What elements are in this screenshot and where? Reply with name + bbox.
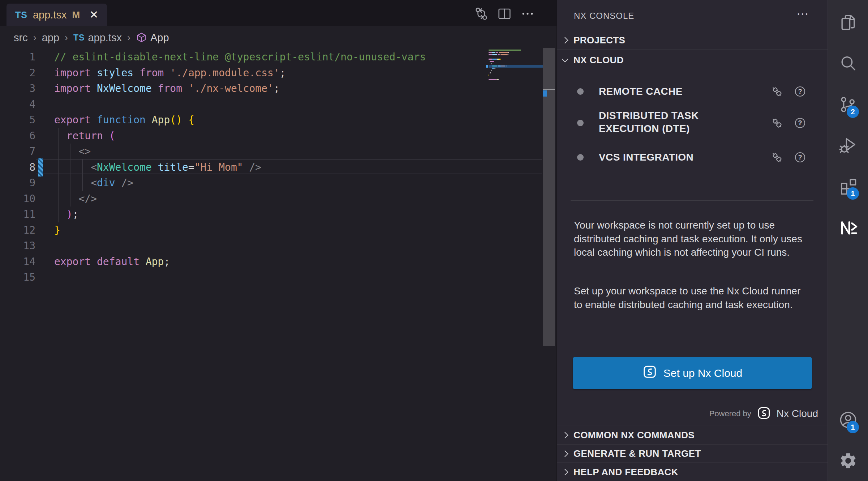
line-number[interactable]: 15 [0, 269, 54, 285]
minimap-line [499, 52, 508, 53]
line-number[interactable]: 11 [0, 207, 54, 222]
line-number[interactable]: 12 [0, 222, 54, 238]
code-line-12[interactable]: 12} [0, 222, 557, 238]
panel-more-actions-icon[interactable]: ⋯ [796, 7, 809, 21]
code-line-7[interactable]: 7 <> [0, 144, 557, 159]
minimap-line [498, 79, 499, 80]
minimap-line [493, 61, 494, 62]
nx-cloud-logo-icon [757, 406, 771, 421]
search-icon[interactable] [828, 43, 868, 84]
nx-cloud-logo-icon [643, 365, 657, 382]
code-line-9[interactable]: 9 <div /> [0, 175, 557, 191]
split-editor-icon[interactable] [497, 6, 512, 22]
line-number[interactable]: 2 [0, 65, 54, 81]
chevron-down-icon [562, 56, 568, 62]
code-text: <div /> [54, 175, 133, 191]
section-generate-run-target[interactable]: GENERATE & RUN TARGET [557, 444, 828, 463]
open-changes-icon[interactable] [473, 6, 489, 22]
section-common-nx-commands[interactable]: COMMON NX COMMANDS [557, 426, 828, 444]
line-number[interactable]: 10 [0, 191, 54, 207]
nx-cloud-brand[interactable]: Nx Cloud [777, 408, 818, 420]
extensions-icon[interactable]: 1 [828, 166, 868, 207]
code-line-5[interactable]: 5export function App() { [0, 112, 557, 128]
connect-plug-icon[interactable] [771, 151, 783, 165]
code-line-14[interactable]: 14export default App; [0, 254, 557, 270]
breadcrumb-item-app[interactable]: App [136, 32, 169, 44]
breadcrumb-item-app[interactable]: app [42, 32, 59, 44]
minimap-line [499, 59, 500, 60]
minimap-selected-line [489, 65, 543, 68]
code-line-3[interactable]: 3import NxWelcome from './nx-welcome'; [0, 81, 557, 97]
line-number[interactable]: 14 [0, 254, 54, 270]
code-text: <> [54, 144, 91, 159]
minimap-modified-tick [486, 65, 488, 68]
badge: 2 [847, 106, 859, 118]
code-text: return ( [54, 128, 115, 144]
panel-title: NX CONSOLE [574, 11, 634, 21]
code-line-11[interactable]: 11 ); [0, 207, 557, 222]
settings-gear-icon[interactable] [828, 440, 868, 481]
section-help-and-feedback[interactable]: HELP AND FEEDBACK [557, 463, 828, 481]
more-actions-icon[interactable] [520, 6, 536, 22]
section-nx-cloud[interactable]: NX CLOUD [557, 51, 828, 69]
line-number[interactable]: 5 [0, 112, 54, 128]
close-tab-icon[interactable]: ✕ [89, 9, 98, 20]
help-question-icon[interactable]: ? [794, 85, 806, 99]
breadcrumb-separator: › [127, 32, 130, 43]
line-number[interactable]: 3 [0, 81, 54, 97]
minimap-line [489, 50, 521, 51]
breadcrumb-item-app-tsx[interactable]: TSapp.tsx [73, 32, 122, 44]
connect-plug-icon[interactable] [771, 117, 783, 131]
line-number[interactable]: 7 [0, 144, 54, 159]
source-control-icon[interactable]: 2 [828, 84, 868, 125]
line-number[interactable]: 6 [0, 128, 54, 144]
help-question-icon[interactable]: ? [794, 117, 806, 131]
connect-plug-icon[interactable] [771, 85, 783, 99]
line-number[interactable]: 4 [0, 97, 54, 112]
breadcrumb-separator: › [33, 32, 36, 43]
section-projects[interactable]: PROJECTS [557, 31, 828, 49]
code-line-8[interactable]: 8 <NxWelcome title="Hi Mom" /> [0, 159, 557, 175]
editor-scrollbar[interactable] [543, 48, 555, 346]
section-label: COMMON NX COMMANDS [573, 430, 695, 441]
minimap-line [491, 63, 492, 64]
section-label: NX CLOUD [573, 55, 624, 66]
tab-app-tsx[interactable]: TS app.tsx M ✕ [7, 4, 107, 26]
code-text: <NxWelcome title="Hi Mom" /> [54, 159, 261, 175]
minimap-line [492, 52, 495, 53]
breadcrumb-item-src[interactable]: src [14, 32, 28, 44]
setup-nx-cloud-button[interactable]: Set up Nx Cloud [573, 357, 812, 389]
activity-bar-bottom: 1 [828, 397, 868, 481]
code-line-2[interactable]: 2import styles from './app.module.css'; [0, 65, 557, 81]
svg-text:?: ? [798, 154, 802, 161]
code-line-13[interactable]: 13 [0, 238, 557, 254]
code-line-1[interactable]: 1// eslint-disable-next-line @typescript… [0, 49, 557, 65]
chevron-right-icon [562, 450, 568, 457]
nx-cloud-item-vcs-integration: VCS INTEGRATION? [557, 149, 828, 166]
code-line-4[interactable]: 4 [0, 97, 557, 112]
line-number[interactable]: 1 [0, 49, 54, 65]
help-question-icon[interactable]: ? [794, 151, 806, 165]
vscode-window: TS app.tsx M ✕ src›app›TSapp.tsx›App 1//… [0, 0, 868, 481]
debug-icon[interactable] [828, 125, 868, 166]
files-icon[interactable] [828, 2, 868, 43]
line-number[interactable]: 8 [0, 159, 54, 175]
code-line-15[interactable]: 15 [0, 269, 557, 285]
code-line-10[interactable]: 10 </> [0, 191, 557, 207]
powered-by: Powered by Nx Cloud [709, 406, 818, 422]
account-icon[interactable]: 1 [828, 399, 868, 440]
minimap-line [492, 59, 497, 60]
minimap-line [491, 70, 492, 71]
minimap-line [492, 68, 494, 69]
workspace-status-text: Your workspace is not currently set up t… [574, 218, 803, 259]
code-line-6[interactable]: 6 return ( [0, 128, 557, 144]
code-editor[interactable]: 1// eslint-disable-next-line @typescript… [0, 49, 557, 285]
line-number[interactable]: 9 [0, 175, 54, 191]
minimap[interactable] [489, 50, 543, 84]
minimap-line [508, 52, 509, 53]
nx-console-icon[interactable] [828, 207, 868, 247]
breadcrumb: src›app›TSapp.tsx›App [0, 26, 557, 49]
line-number[interactable]: 13 [0, 238, 54, 254]
minimap-line [496, 52, 498, 53]
minimap-line [500, 59, 501, 60]
